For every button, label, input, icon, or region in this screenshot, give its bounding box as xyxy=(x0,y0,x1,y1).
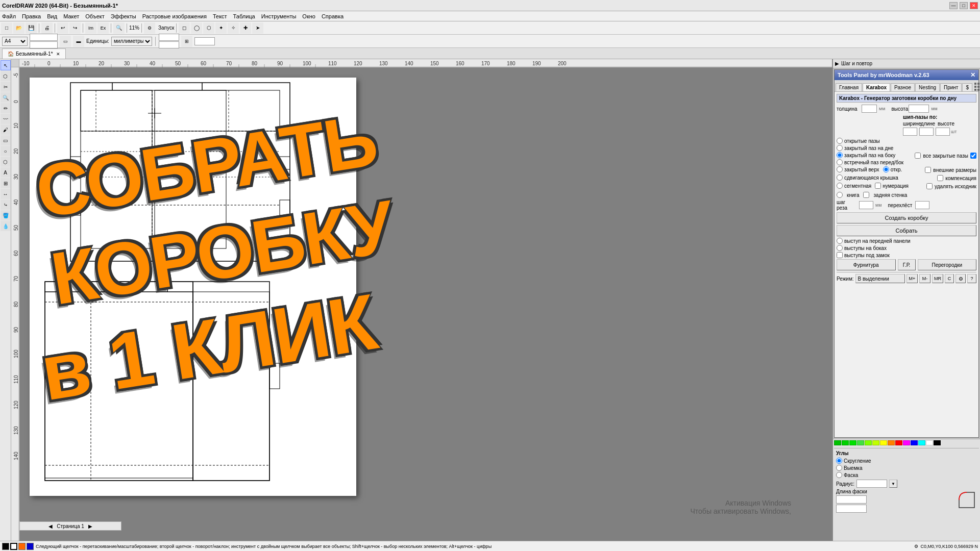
tab-nesting[interactable]: Nesting xyxy=(915,83,940,91)
expand-icon[interactable]: ▶ xyxy=(835,61,839,66)
crop-tool[interactable]: ✂ xyxy=(1,82,11,92)
menu-tools[interactable]: Инструменты xyxy=(261,13,297,19)
furniture-btn[interactable]: Фурнитура xyxy=(837,259,896,270)
val-length-input[interactable]: 9 xyxy=(919,128,934,136)
protrusion-lock-input[interactable] xyxy=(837,252,843,258)
radius-btn[interactable]: ▼ xyxy=(889,480,897,488)
text-tool[interactable]: A xyxy=(1,167,11,178)
redo-btn[interactable]: ↪ xyxy=(69,22,81,34)
mode-help-btn[interactable]: ? xyxy=(967,274,976,283)
swatch-magenta[interactable] xyxy=(903,440,910,445)
radio-segment-input[interactable] xyxy=(837,183,843,189)
bevel-v1-input[interactable]: 80,0 мм xyxy=(836,495,867,504)
numeration-check[interactable] xyxy=(875,183,881,189)
radio-side-input[interactable] xyxy=(837,152,843,158)
swatch-lime[interactable] xyxy=(865,440,872,445)
menu-bitmaps[interactable]: Растровые изображения xyxy=(142,13,207,19)
width-input[interactable]: 210,0 мм xyxy=(30,34,58,41)
tab-dollar[interactable]: $ xyxy=(962,83,972,91)
all-closed-check2[interactable] xyxy=(970,153,976,159)
eyedrop-tool[interactable]: 💧 xyxy=(1,221,11,231)
import-btn[interactable]: Im xyxy=(85,22,96,34)
freehand-tool[interactable]: ✏ xyxy=(1,103,11,113)
menu-window[interactable]: Окно xyxy=(302,13,315,19)
swatch-cyan[interactable] xyxy=(918,440,925,445)
star2-tool[interactable]: ✧ xyxy=(228,22,239,34)
tab-document[interactable]: 🏠 Безымянный-1* ✕ xyxy=(2,48,66,59)
swatch-blue[interactable] xyxy=(911,440,918,445)
rect-tool[interactable]: ◻ xyxy=(179,22,190,34)
radio-open-input[interactable] xyxy=(837,138,843,144)
assemble-btn[interactable]: Собрать xyxy=(837,225,976,236)
tab-glavnaya[interactable]: Главная xyxy=(836,83,862,91)
print-btn[interactable]: 🖨 xyxy=(41,22,53,34)
polygon-tool[interactable]: ⬡ xyxy=(203,22,214,34)
panel-grid-icon[interactable] xyxy=(973,81,980,91)
mode-settings-btn[interactable]: ⚙ xyxy=(955,274,966,283)
rounding-input[interactable] xyxy=(836,458,842,464)
partitions-btn[interactable]: Перегородки xyxy=(918,259,977,270)
new-btn[interactable]: □ xyxy=(1,22,12,34)
swatch-green3[interactable] xyxy=(849,440,856,445)
height-input[interactable]: 297,0 мм xyxy=(30,41,58,48)
bevel-input[interactable] xyxy=(836,472,842,478)
swatch-orange[interactable] xyxy=(888,440,895,445)
tab-karabox[interactable]: Karabox xyxy=(863,83,890,91)
zoom-btn[interactable]: 🔍 xyxy=(113,22,125,34)
snap-to-btn[interactable]: ⊞ xyxy=(181,36,192,47)
swatch-green4[interactable] xyxy=(857,440,864,445)
nudge2-input[interactable]: 5,0 мм xyxy=(159,41,179,48)
snap-value-input[interactable]: 1,0 мм xyxy=(194,37,215,45)
radio-front-input[interactable] xyxy=(837,159,843,165)
swatch-white[interactable] xyxy=(926,440,933,445)
next-page-btn[interactable]: ▶ xyxy=(88,523,92,529)
circle-tool[interactable]: ◯ xyxy=(191,22,202,34)
gr-btn[interactable]: Г.Р. xyxy=(898,259,916,270)
menu-view[interactable]: Вид xyxy=(47,13,57,19)
tab-close-icon[interactable]: ✕ xyxy=(56,52,60,57)
units-select[interactable]: миллиметры xyxy=(111,37,152,46)
chamfer-input[interactable] xyxy=(836,465,842,471)
canvas-area[interactable]: -10 0 10 20 30 40 50 60 70 80 90 100 110… xyxy=(11,59,832,541)
menu-object[interactable]: Объект xyxy=(85,13,104,19)
create-box-btn[interactable]: Создать коробку xyxy=(837,212,976,223)
menu-effects[interactable]: Эффекты xyxy=(111,13,136,19)
tab-print[interactable]: Принт xyxy=(940,83,962,91)
artistic-tool[interactable]: 🖌 xyxy=(1,124,11,135)
rect-tool-left[interactable]: ▭ xyxy=(1,135,11,145)
open-btn[interactable]: 📂 xyxy=(13,22,24,34)
zoom-tool[interactable]: 🔍 xyxy=(1,92,11,103)
shape-edit-tool[interactable]: ⬡ xyxy=(1,71,11,81)
mode-c-btn[interactable]: C xyxy=(945,274,954,283)
prev-page-btn[interactable]: ◀ xyxy=(48,523,53,529)
menu-file[interactable]: Файл xyxy=(2,13,16,19)
swatch-yellow[interactable] xyxy=(880,440,887,445)
menu-layout[interactable]: Макет xyxy=(63,13,79,19)
outer-dims-check[interactable] xyxy=(925,167,931,173)
swatch-black[interactable] xyxy=(934,440,941,445)
swatch-green1[interactable] xyxy=(834,440,841,445)
star-tool[interactable]: ✦ xyxy=(215,22,227,34)
polygon-tool-left[interactable]: ⬡ xyxy=(1,157,11,167)
back-wall-check[interactable] xyxy=(863,192,869,198)
landscape-btn[interactable]: ▬ xyxy=(73,36,84,47)
menu-table[interactable]: Таблица xyxy=(233,13,255,19)
compensation-check[interactable] xyxy=(937,175,943,181)
radio-bottom-input[interactable] xyxy=(837,145,843,151)
tab-raznoe[interactable]: Разное xyxy=(891,83,915,91)
ellipse-tool-left[interactable]: ○ xyxy=(1,146,11,156)
panel-close-btn[interactable]: ✕ xyxy=(970,71,975,79)
menu-help[interactable]: Справка xyxy=(322,13,344,19)
minimize-btn[interactable]: — xyxy=(949,2,958,9)
maximize-btn[interactable]: □ xyxy=(960,2,968,9)
snap-btn[interactable]: ⚙ xyxy=(144,22,155,34)
val-width-input[interactable]: 3 xyxy=(903,128,917,136)
export-btn[interactable]: Ex xyxy=(97,22,109,34)
undo-btn[interactable]: ↩ xyxy=(57,22,68,34)
protrusion-sides-input[interactable] xyxy=(837,245,843,251)
step-cut-input[interactable]: 3 xyxy=(859,201,873,209)
delete-source-check[interactable] xyxy=(926,183,933,189)
menu-edit[interactable]: Правка xyxy=(22,13,41,19)
canvas-content[interactable]: СОБРАТЬ КОРОБКУ в 1 КЛИК Активация Windo… xyxy=(19,67,832,541)
nudge1-input[interactable]: 5,0 мм xyxy=(159,34,179,41)
